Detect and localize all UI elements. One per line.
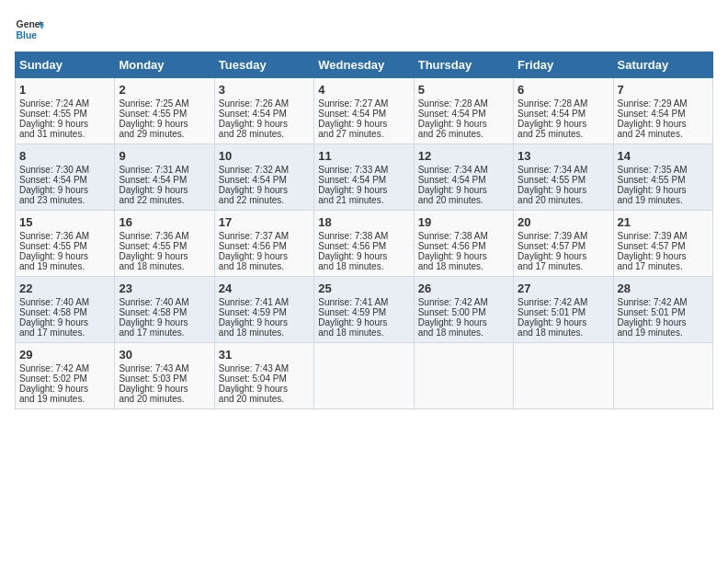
header-cell-tuesday: Tuesday	[214, 52, 313, 78]
day-info-line: Sunrise: 7:28 AM	[418, 98, 509, 109]
calendar-cell: 17Sunrise: 7:37 AMSunset: 4:56 PMDayligh…	[214, 211, 313, 277]
day-info-line: Daylight: 9 hours	[318, 317, 409, 327]
day-info-line: Sunrise: 7:30 AM	[19, 165, 110, 175]
day-info-line: and 26 minutes.	[418, 129, 509, 139]
day-info-line: Daylight: 9 hours	[19, 119, 110, 129]
day-number: 10	[219, 149, 310, 163]
calendar-week-row: 15Sunrise: 7:36 AMSunset: 4:55 PMDayligh…	[16, 211, 713, 277]
day-info-line: Sunrise: 7:43 AM	[219, 363, 310, 373]
day-info-line: and 22 minutes.	[219, 195, 310, 205]
header-cell-saturday: Saturday	[613, 52, 712, 78]
header-cell-wednesday: Wednesday	[314, 52, 414, 78]
day-info-line: Sunrise: 7:26 AM	[219, 98, 310, 109]
day-info-line: Sunrise: 7:32 AM	[219, 165, 310, 175]
day-info-line: Daylight: 9 hours	[418, 251, 509, 261]
day-number: 14	[618, 149, 709, 163]
day-info-line: Daylight: 9 hours	[318, 119, 409, 129]
day-info-line: Sunrise: 7:40 AM	[19, 297, 110, 307]
day-number: 25	[318, 282, 409, 295]
calendar-cell: 4Sunrise: 7:27 AMSunset: 4:54 PMDaylight…	[314, 78, 414, 144]
day-info-line: Daylight: 9 hours	[119, 317, 210, 327]
calendar-cell	[613, 343, 712, 409]
day-number: 22	[19, 282, 110, 295]
header-cell-friday: Friday	[514, 52, 613, 78]
day-info-line: Sunrise: 7:29 AM	[618, 98, 709, 109]
day-info-line: and 27 minutes.	[318, 129, 409, 139]
day-info-line: Daylight: 9 hours	[219, 384, 310, 394]
day-info-line: Sunset: 5:01 PM	[618, 307, 709, 317]
day-info-line: Sunset: 4:58 PM	[119, 307, 210, 317]
calendar-cell	[314, 343, 414, 409]
day-info-line: Daylight: 9 hours	[119, 384, 210, 394]
calendar-cell: 31Sunrise: 7:43 AMSunset: 5:04 PMDayligh…	[214, 343, 313, 409]
day-number: 19	[418, 215, 509, 229]
calendar-cell: 18Sunrise: 7:38 AMSunset: 4:56 PMDayligh…	[314, 211, 414, 277]
day-number: 1	[19, 83, 110, 97]
day-info-line: Sunset: 5:04 PM	[219, 373, 310, 384]
day-number: 18	[318, 215, 409, 229]
calendar-cell: 8Sunrise: 7:30 AMSunset: 4:54 PMDaylight…	[16, 144, 115, 211]
day-info-line: and 24 minutes.	[618, 129, 709, 139]
calendar-cell: 1Sunrise: 7:24 AMSunset: 4:55 PMDaylight…	[16, 78, 115, 144]
day-info-line: Sunrise: 7:42 AM	[19, 363, 110, 373]
day-info-line: Daylight: 9 hours	[318, 185, 409, 195]
calendar-cell: 15Sunrise: 7:36 AMSunset: 4:55 PMDayligh…	[16, 211, 115, 277]
header: General Blue	[15, 15, 713, 44]
calendar-cell: 14Sunrise: 7:35 AMSunset: 4:55 PMDayligh…	[613, 144, 712, 211]
day-info-line: Sunrise: 7:36 AM	[119, 231, 210, 241]
calendar-cell: 10Sunrise: 7:32 AMSunset: 4:54 PMDayligh…	[214, 144, 313, 211]
day-number: 6	[518, 83, 609, 97]
day-info-line: and 18 minutes.	[119, 261, 210, 271]
day-number: 11	[318, 149, 409, 163]
calendar-cell: 11Sunrise: 7:33 AMSunset: 4:54 PMDayligh…	[314, 144, 414, 211]
day-info-line: Sunset: 4:54 PM	[318, 109, 409, 119]
day-number: 26	[418, 282, 509, 295]
day-info-line: Sunset: 4:59 PM	[219, 307, 310, 317]
calendar-cell: 25Sunrise: 7:41 AMSunset: 4:59 PMDayligh…	[314, 277, 414, 343]
calendar-cell: 30Sunrise: 7:43 AMSunset: 5:03 PMDayligh…	[115, 343, 214, 409]
day-info-line: Sunrise: 7:38 AM	[318, 231, 409, 241]
calendar-week-row: 1Sunrise: 7:24 AMSunset: 4:55 PMDaylight…	[16, 78, 713, 144]
day-info-line: and 17 minutes.	[19, 327, 110, 338]
day-info-line: and 31 minutes.	[19, 129, 110, 139]
day-number: 31	[219, 348, 310, 362]
day-info-line: Sunset: 4:54 PM	[518, 109, 609, 119]
day-info-line: and 18 minutes.	[418, 261, 509, 271]
header-row: SundayMondayTuesdayWednesdayThursdayFrid…	[16, 52, 713, 78]
day-info-line: and 22 minutes.	[119, 195, 210, 205]
day-info-line: Sunrise: 7:41 AM	[219, 297, 310, 307]
day-info-line: and 18 minutes.	[318, 261, 409, 271]
day-number: 4	[318, 83, 409, 97]
calendar-cell: 27Sunrise: 7:42 AMSunset: 5:01 PMDayligh…	[514, 277, 613, 343]
day-info-line: Sunset: 4:54 PM	[219, 109, 310, 119]
day-info-line: Sunrise: 7:43 AM	[119, 363, 210, 373]
day-number: 8	[19, 149, 110, 163]
calendar-cell: 7Sunrise: 7:29 AMSunset: 4:54 PMDaylight…	[613, 78, 712, 144]
day-info-line: and 19 minutes.	[618, 195, 709, 205]
day-info-line: Daylight: 9 hours	[618, 185, 709, 195]
day-info-line: Sunrise: 7:33 AM	[318, 165, 409, 175]
day-info-line: Sunrise: 7:41 AM	[318, 297, 409, 307]
day-info-line: Sunrise: 7:36 AM	[19, 231, 110, 241]
day-info-line: Sunset: 4:54 PM	[219, 175, 310, 185]
svg-text:Blue: Blue	[17, 30, 38, 40]
day-info-line: Daylight: 9 hours	[518, 251, 609, 261]
day-info-line: Sunset: 4:54 PM	[19, 175, 110, 185]
day-info-line: Daylight: 9 hours	[518, 317, 609, 327]
header-cell-thursday: Thursday	[414, 52, 513, 78]
day-info-line: Sunset: 4:54 PM	[418, 109, 509, 119]
day-info-line: Sunrise: 7:35 AM	[618, 165, 709, 175]
calendar-body: 1Sunrise: 7:24 AMSunset: 4:55 PMDaylight…	[16, 78, 713, 409]
day-number: 27	[518, 282, 609, 295]
day-info-line: Sunrise: 7:39 AM	[518, 231, 609, 241]
day-info-line: Sunset: 4:54 PM	[318, 175, 409, 185]
day-info-line: Daylight: 9 hours	[19, 251, 110, 261]
day-info-line: Sunrise: 7:42 AM	[418, 297, 509, 307]
calendar-week-row: 29Sunrise: 7:42 AMSunset: 5:02 PMDayligh…	[16, 343, 713, 409]
day-info-line: Daylight: 9 hours	[418, 185, 509, 195]
day-info-line: Sunset: 4:54 PM	[418, 175, 509, 185]
day-number: 13	[518, 149, 609, 163]
calendar-cell: 16Sunrise: 7:36 AMSunset: 4:55 PMDayligh…	[115, 211, 214, 277]
day-info-line: Sunrise: 7:34 AM	[518, 165, 609, 175]
day-info-line: Daylight: 9 hours	[19, 317, 110, 327]
